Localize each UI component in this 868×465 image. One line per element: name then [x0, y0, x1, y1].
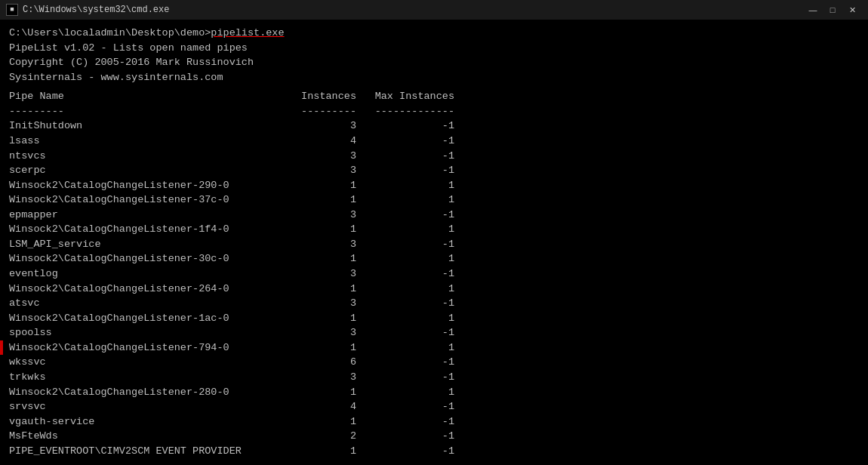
table-row: InitShutdown3-1	[9, 119, 859, 134]
pipe-name-cell: MsFteWds	[9, 429, 281, 444]
pipe-name-cell: InitShutdown	[9, 119, 281, 134]
instances-header: Instances	[281, 89, 364, 104]
title-bar-left: ■ C:\Windows\system32\cmd.exe	[6, 4, 169, 16]
max-instances-cell: -1	[364, 429, 462, 444]
instances-cell: 3	[281, 237, 364, 252]
instances-cell: 3	[281, 163, 364, 178]
instances-cell: 2	[281, 429, 364, 444]
max-instances-cell: 1	[364, 385, 462, 400]
table-row: Winsock2\CatalogChangeListener-1ac-011	[9, 311, 859, 326]
close-button[interactable]: ✕	[842, 2, 862, 17]
max-instances-cell: 1	[364, 192, 462, 208]
pipe-name-cell: LSM_API_service	[9, 237, 281, 252]
pipe-name-cell: PIPE_EVENTROOT\CIMV2SCM EVENT PROVIDER	[9, 444, 281, 459]
maximize-button[interactable]: □	[823, 2, 842, 17]
max-instances-cell: -1	[364, 414, 462, 430]
info-line-3: Sysinternals - www.sysinternals.com	[9, 70, 859, 85]
max-instances-cell: 1	[364, 251, 462, 266]
instances-cell: 1	[281, 311, 364, 326]
table-row: Winsock2\CatalogChangeListener-794-011	[9, 340, 859, 356]
table-row: eventlog3-1	[9, 266, 859, 282]
max-instances-cell: 1	[364, 178, 462, 193]
cmd-icon: ■	[6, 4, 18, 16]
prompt-prefix: C:\Users\localadmin\Desktop\demo>	[9, 27, 211, 38]
cmd-window: ■ C:\Windows\system32\cmd.exe — □ ✕ C:\U…	[0, 0, 868, 465]
instances-cell: 3	[281, 325, 364, 340]
instances-cell: 1	[281, 414, 364, 430]
instances-cell: 4	[281, 134, 364, 149]
instances-cell: 1	[281, 222, 364, 237]
max-instances-header: Max Instances	[364, 89, 462, 104]
max-instances-cell: -1	[364, 296, 462, 311]
console-area[interactable]: C:\Users\localadmin\Desktop\demo>pipelis…	[0, 20, 868, 465]
max-instances-cell: -1	[364, 325, 462, 340]
table-row: Winsock2\CatalogChangeListener-30c-011	[9, 251, 859, 266]
table-row: MsFteWds2-1	[9, 429, 859, 444]
pipe-name-header: Pipe Name	[9, 89, 281, 104]
pipe-name-divider: ---------	[9, 104, 281, 119]
pipe-name-cell: srvsvc	[9, 399, 281, 414]
table-row: trkwks3-1	[9, 370, 859, 385]
window-title: C:\Windows\system32\cmd.exe	[23, 5, 169, 15]
instances-cell: 1	[281, 251, 364, 266]
minimize-button[interactable]: —	[803, 2, 823, 17]
table-row: Winsock2\CatalogChangeListener-1f4-011	[9, 222, 859, 237]
pipe-name-cell: vgauth-service	[9, 414, 281, 430]
table-row: Winsock2\CatalogChangeListener-280-011	[9, 385, 859, 400]
info-line-1: PipeList v1.02 - Lists open named pipes	[9, 41, 859, 56]
instances-cell: 1	[281, 385, 364, 400]
max-instances-cell: -1	[364, 237, 462, 252]
title-bar: ■ C:\Windows\system32\cmd.exe — □ ✕	[0, 0, 868, 20]
instances-cell: 1	[281, 444, 364, 459]
max-instances-cell: -1	[364, 149, 462, 164]
instances-cell: 3	[281, 296, 364, 311]
table-row: atsvc3-1	[9, 296, 859, 311]
max-instances-cell: -1	[364, 370, 462, 385]
command-text: pipelist.exe	[211, 27, 284, 38]
max-instances-cell: 1	[364, 222, 462, 237]
pipe-name-cell: Winsock2\CatalogChangeListener-794-0	[9, 340, 281, 356]
data-rows: InitShutdown3-1lsass4-1ntsvcs3-1scerpc3-…	[9, 119, 859, 458]
instances-divider: ---------	[281, 104, 364, 119]
instances-cell: 1	[281, 282, 364, 297]
pipe-name-cell: Winsock2\CatalogChangeListener-30c-0	[9, 251, 281, 266]
instances-cell: 3	[281, 370, 364, 385]
table-row: vgauth-service1-1	[9, 414, 859, 430]
instances-cell: 1	[281, 178, 364, 193]
max-instances-cell: -1	[364, 355, 462, 370]
table-row: Winsock2\CatalogChangeListener-290-011	[9, 178, 859, 193]
max-instances-cell: 1	[364, 340, 462, 356]
max-instances-divider: -------------	[364, 104, 462, 119]
table-row: epmapper3-1	[9, 208, 859, 223]
pipe-name-cell: spoolss	[9, 325, 281, 340]
instances-cell: 4	[281, 399, 364, 414]
instances-cell: 3	[281, 266, 364, 282]
table-row: ntsvcs3-1	[9, 149, 859, 164]
max-instances-cell: -1	[364, 444, 462, 459]
max-instances-cell: -1	[364, 163, 462, 178]
max-instances-cell: 1	[364, 311, 462, 326]
pipe-name-cell: scerpc	[9, 163, 281, 178]
copyright-label: Copyright (C) 2005-2016 Mark Russinovich	[9, 57, 254, 68]
instances-cell: 1	[281, 192, 364, 208]
max-instances-cell: -1	[364, 119, 462, 134]
table-row: Winsock2\CatalogChangeListener-37c-011	[9, 192, 859, 208]
table-row: lsass4-1	[9, 134, 859, 149]
max-instances-cell: 1	[364, 282, 462, 297]
title-bar-controls: — □ ✕	[803, 2, 862, 17]
command-line: C:\Users\localadmin\Desktop\demo>pipelis…	[9, 26, 859, 41]
instances-cell: 3	[281, 149, 364, 164]
max-instances-cell: -1	[364, 266, 462, 282]
table-row: wkssvc6-1	[9, 355, 859, 370]
pipe-name-cell: atsvc	[9, 296, 281, 311]
pipe-name-cell: ntsvcs	[9, 149, 281, 164]
instances-cell: 1	[281, 340, 364, 356]
max-instances-cell: -1	[364, 208, 462, 223]
pipe-name-cell: trkwks	[9, 370, 281, 385]
table-row: Winsock2\CatalogChangeListener-264-011	[9, 282, 859, 297]
table-row: LSM_API_service3-1	[9, 237, 859, 252]
instances-cell: 3	[281, 208, 364, 223]
pipe-name-cell: Winsock2\CatalogChangeListener-290-0	[9, 178, 281, 193]
info-line-2: Copyright (C) 2005-2016 Mark Russinovich	[9, 55, 859, 70]
table-row: scerpc3-1	[9, 163, 859, 178]
